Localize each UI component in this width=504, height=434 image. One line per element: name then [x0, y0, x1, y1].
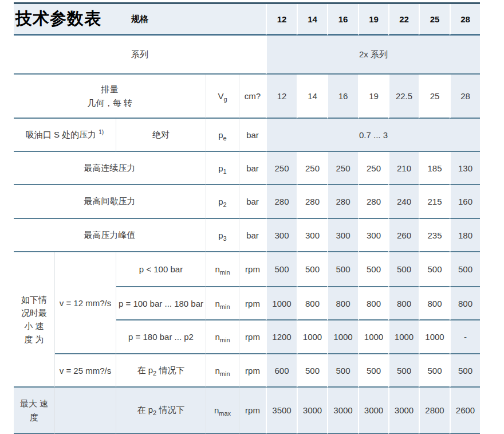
inlet-mode-label: 绝对: [116, 119, 206, 152]
series-value: 2x 系列: [266, 36, 480, 75]
min-speed-group-label: 如下情 况时最 小 速 度 为: [14, 252, 55, 388]
max-speed-value: 2800: [419, 388, 450, 434]
technical-parameters-table: 技术参数表 规格 12 14 16 19 22 25 28 系列 2x 系列 排…: [14, 2, 480, 434]
displacement-value: 25: [419, 75, 450, 119]
unit-bar: bar: [239, 185, 266, 219]
min-speed-value: 500: [358, 252, 388, 287]
displacement-value: 14: [297, 75, 327, 119]
max-speed-value: 3000: [358, 388, 388, 434]
min-speed-value: 500: [419, 354, 450, 388]
min-speed-value: 800: [358, 287, 388, 320]
min-speed-value: 500: [388, 354, 419, 388]
min-speed-value: 800: [327, 287, 358, 320]
pressure-value: 300: [358, 219, 388, 252]
min-speed-value: 500: [297, 252, 327, 287]
min-speed-value: 500: [450, 354, 480, 388]
size-header-22: 22: [388, 4, 419, 36]
pressure-value: 280: [266, 185, 297, 219]
pressure-value: 250: [297, 152, 327, 185]
min-speed-value: 1200: [266, 320, 297, 354]
pressure-value: 260: [388, 219, 419, 252]
min-speed-value: 1000: [266, 287, 297, 320]
pressure-value: 210: [388, 152, 419, 185]
unit-bar: bar: [239, 219, 266, 252]
unit-rpm: rpm: [239, 354, 266, 388]
pressure-value: 160: [450, 185, 480, 219]
size-header-14: 14: [297, 4, 327, 36]
series-label: 系列: [14, 36, 266, 75]
pressure-value: 280: [358, 185, 388, 219]
max-speed-value: 3500: [266, 388, 297, 434]
symbol-nmin: nmin: [206, 287, 239, 320]
unit-rpm: rpm: [239, 252, 266, 287]
min-speed-row-v25: v = 25 mm?/s 在 p2 情况下 nmin rpm 600 500 5…: [14, 354, 480, 388]
unit-cm3: cm?: [239, 75, 266, 119]
pressure-value: 300: [297, 219, 327, 252]
min-speed-value: 800: [419, 287, 450, 320]
unit-bar: bar: [239, 119, 266, 152]
series-row: 系列 2x 系列: [14, 36, 480, 75]
pressure-value: 250: [358, 152, 388, 185]
min-speed-value: 600: [266, 354, 297, 388]
unit-bar: bar: [239, 152, 266, 185]
header-spacer: [206, 4, 266, 36]
max-speed-value: 3000: [327, 388, 358, 434]
continuous-pressure-label: 最高连续压力: [14, 152, 206, 185]
pressure-value: 250: [266, 152, 297, 185]
symbol-vg: Vg: [206, 75, 239, 119]
intermittent-pressure-label: 最高间歇压力: [14, 185, 206, 219]
max-speed-value: 3000: [388, 388, 419, 434]
min-speed-value: 800: [297, 287, 327, 320]
size-header-25: 25: [419, 4, 450, 36]
min-speed-row-1: 如下情 况时最 小 速 度 为 v = 12 mm?/s p < 100 bar…: [14, 252, 480, 287]
symbol-nmin: nmin: [206, 354, 239, 388]
footnote-marker: 1): [99, 129, 104, 135]
symbol-nmin: nmin: [206, 252, 239, 287]
pressure-value: 280: [327, 185, 358, 219]
unit-rpm: rpm: [239, 287, 266, 320]
displacement-value: 19: [358, 75, 388, 119]
min-speed-value: 500: [450, 252, 480, 287]
condition-label: p = 180 bar ... p2: [116, 320, 206, 354]
pressure-value: 130: [450, 152, 480, 185]
continuous-pressure-row: 最高连续压力 p1 bar 250 250 250 250 210 185 13…: [14, 152, 480, 185]
condition-label: 在 p2 情况下: [116, 354, 206, 388]
min-speed-value: 800: [388, 287, 419, 320]
unit-rpm: rpm: [239, 388, 266, 434]
size-header-12: 12: [266, 4, 297, 36]
min-speed-value: 1000: [419, 320, 450, 354]
displacement-label: 排量 几何，每 转: [14, 75, 206, 119]
min-speed-value: 500: [388, 252, 419, 287]
page-title: 技术参数表: [14, 4, 116, 36]
symbol-pe: pe: [206, 119, 239, 152]
max-speed-row: 最大 速 度 在 p2 情况下 nmax rpm 3500 3000 3000 …: [14, 388, 480, 434]
header-row: 技术参数表 规格 12 14 16 19 22 25 28: [14, 4, 480, 36]
max-speed-spacer: [55, 388, 116, 434]
size-header-19: 19: [358, 4, 388, 36]
condition-label: 在 p2 情况下: [116, 388, 206, 434]
pressure-value: 240: [388, 185, 419, 219]
condition-label: p = 100 bar ... 180 bar: [116, 287, 206, 320]
viscosity-12-label: v = 12 mm?/s: [55, 252, 116, 354]
inlet-pressure-value: 0.7 ... 3: [266, 119, 480, 152]
min-speed-value: 1000: [297, 320, 327, 354]
min-speed-value: 500: [358, 354, 388, 388]
min-speed-value: 500: [327, 354, 358, 388]
min-speed-value: 500: [419, 252, 450, 287]
min-speed-value: 800: [450, 287, 480, 320]
pressure-value: 250: [327, 152, 358, 185]
min-speed-value: 500: [327, 252, 358, 287]
min-speed-value: 1000: [358, 320, 388, 354]
inlet-pressure-row: 吸油口 S 处的压力 1) 绝对 pe bar 0.7 ... 3: [14, 119, 480, 152]
pressure-value: 180: [450, 219, 480, 252]
condition-label: p < 100 bar: [116, 252, 206, 287]
pressure-value: 235: [419, 219, 450, 252]
min-speed-value: 1000: [327, 320, 358, 354]
inlet-pressure-label: 吸油口 S 处的压力 1): [14, 119, 116, 152]
displacement-value: 12: [266, 75, 297, 119]
peak-pressure-label: 最高压力峰值: [14, 219, 206, 252]
size-header-16: 16: [327, 4, 358, 36]
min-speed-value: 1000: [388, 320, 419, 354]
displacement-value: 28: [450, 75, 480, 119]
peak-pressure-row: 最高压力峰值 p3 bar 300 300 300 300 260 235 18…: [14, 219, 480, 252]
